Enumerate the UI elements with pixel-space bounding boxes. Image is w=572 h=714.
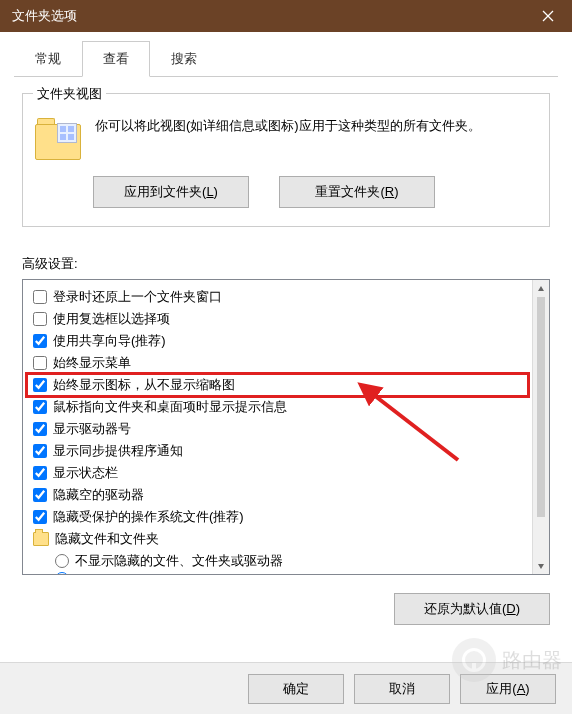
checkbox-input[interactable]	[33, 312, 47, 326]
item-label: 显示同步提供程序通知	[53, 442, 183, 460]
advanced-item-13[interactable]: 显示隐藏的文件、文件夹和驱动器	[27, 572, 528, 574]
svg-marker-2	[538, 286, 544, 291]
apply-to-folders-button[interactable]: 应用到文件夹(L)	[93, 176, 249, 208]
advanced-item-6[interactable]: 显示驱动器号	[27, 418, 528, 440]
scrollbar[interactable]	[532, 280, 549, 574]
item-label: 隐藏空的驱动器	[53, 486, 144, 504]
checkbox-input[interactable]	[33, 378, 47, 392]
scroll-track[interactable]	[533, 297, 549, 557]
reset-folders-button[interactable]: 重置文件夹(R)	[279, 176, 435, 208]
item-label: 使用共享向导(推荐)	[53, 332, 166, 350]
folder-view-legend: 文件夹视图	[33, 85, 106, 103]
dialog-button-bar: 确定 取消 应用(A)	[0, 662, 572, 714]
radio-input[interactable]	[55, 554, 69, 568]
advanced-item-9[interactable]: 隐藏空的驱动器	[27, 484, 528, 506]
restore-defaults-button[interactable]: 还原为默认值(D)	[394, 593, 550, 625]
checkbox-input[interactable]	[33, 290, 47, 304]
tab-view[interactable]: 查看	[82, 41, 150, 77]
scroll-thumb[interactable]	[537, 297, 545, 517]
tab-search[interactable]: 搜索	[150, 41, 218, 77]
advanced-item-10[interactable]: 隐藏受保护的操作系统文件(推荐)	[27, 506, 528, 528]
close-icon	[542, 10, 554, 22]
advanced-item-4[interactable]: 始终显示图标，从不显示缩略图	[27, 374, 528, 396]
item-label: 显示状态栏	[53, 464, 118, 482]
cancel-button[interactable]: 取消	[354, 674, 450, 704]
checkbox-input[interactable]	[33, 400, 47, 414]
advanced-item-11[interactable]: 隐藏文件和文件夹	[27, 528, 528, 550]
advanced-item-12[interactable]: 不显示隐藏的文件、文件夹或驱动器	[27, 550, 528, 572]
advanced-settings-list: 登录时还原上一个文件夹窗口使用复选框以选择项使用共享向导(推荐)始终显示菜单始终…	[22, 279, 550, 575]
item-label: 鼠标指向文件夹和桌面项时显示提示信息	[53, 398, 287, 416]
apply-button[interactable]: 应用(A)	[460, 674, 556, 704]
checkbox-input[interactable]	[33, 466, 47, 480]
item-label: 隐藏受保护的操作系统文件(推荐)	[53, 508, 244, 526]
checkbox-input[interactable]	[33, 422, 47, 436]
scroll-up-arrow[interactable]	[533, 280, 549, 297]
item-label: 始终显示图标，从不显示缩略图	[53, 376, 235, 394]
titlebar: 文件夹选项	[0, 0, 572, 32]
folder-mini-icon	[33, 532, 49, 546]
checkbox-input[interactable]	[33, 334, 47, 348]
tab-strip: 常规 查看 搜索	[14, 40, 558, 77]
checkbox-input[interactable]	[33, 356, 47, 370]
advanced-item-3[interactable]: 始终显示菜单	[27, 352, 528, 374]
item-label: 始终显示菜单	[53, 354, 131, 372]
close-button[interactable]	[524, 0, 572, 32]
radio-input[interactable]	[55, 572, 69, 574]
svg-marker-3	[538, 564, 544, 569]
checkbox-input[interactable]	[33, 510, 47, 524]
item-label: 隐藏文件和文件夹	[55, 530, 159, 548]
folder-view-group: 文件夹视图 你可以将此视图(如详细信息或图标)应用于这种类型的所有文件夹。 应用…	[22, 93, 550, 227]
scroll-down-arrow[interactable]	[533, 557, 549, 574]
advanced-item-7[interactable]: 显示同步提供程序通知	[27, 440, 528, 462]
folder-view-description: 你可以将此视图(如详细信息或图标)应用于这种类型的所有文件夹。	[95, 116, 537, 137]
window-title: 文件夹选项	[12, 7, 77, 25]
checkbox-input[interactable]	[33, 488, 47, 502]
item-label: 登录时还原上一个文件夹窗口	[53, 288, 222, 306]
advanced-item-0[interactable]: 登录时还原上一个文件夹窗口	[27, 286, 528, 308]
item-label: 显示隐藏的文件、文件夹和驱动器	[75, 572, 270, 574]
tab-general[interactable]: 常规	[14, 41, 82, 77]
advanced-settings-label: 高级设置:	[22, 255, 550, 273]
checkbox-input[interactable]	[33, 444, 47, 458]
advanced-item-1[interactable]: 使用复选框以选择项	[27, 308, 528, 330]
ok-button[interactable]: 确定	[248, 674, 344, 704]
advanced-item-2[interactable]: 使用共享向导(推荐)	[27, 330, 528, 352]
item-label: 使用复选框以选择项	[53, 310, 170, 328]
item-label: 显示驱动器号	[53, 420, 131, 438]
folder-icon	[35, 116, 81, 160]
item-label: 不显示隐藏的文件、文件夹或驱动器	[75, 552, 283, 570]
advanced-item-8[interactable]: 显示状态栏	[27, 462, 528, 484]
advanced-item-5[interactable]: 鼠标指向文件夹和桌面项时显示提示信息	[27, 396, 528, 418]
